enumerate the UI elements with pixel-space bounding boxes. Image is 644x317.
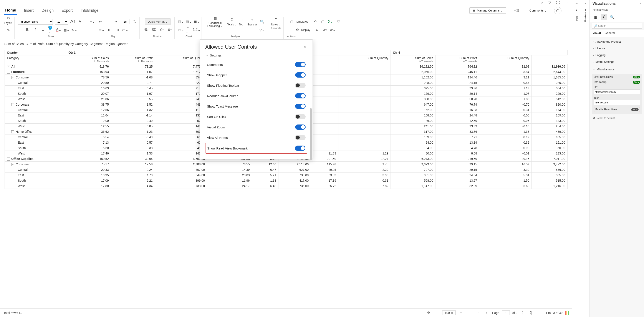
indent-stepper-icon[interactable]: ⇅ <box>132 19 137 24</box>
expand-toggle-icon[interactable]: − <box>7 70 10 74</box>
expand-toggle-icon[interactable]: − <box>11 163 14 166</box>
table-row[interactable]: East19.954.79644.0023.035.21738.0033.833… <box>5 172 568 178</box>
font-color-icon[interactable]: A⌄ <box>56 27 62 32</box>
reset-to-default-button[interactable]: ↺Reset to default <box>590 114 644 122</box>
undo-icon[interactable]: ↶ <box>312 19 318 24</box>
valign-icon[interactable]: ≣⌄ <box>99 27 104 32</box>
notes-button[interactable]: 🗒Notes ⌄ <box>271 17 281 26</box>
templates-button[interactable]: ▢Templates <box>287 18 310 25</box>
focus-icon[interactable]: ⤢ <box>539 0 544 6</box>
font-size-select[interactable]: 12 <box>55 19 68 24</box>
misc-tooltip-toggle[interactable]: On ● <box>633 81 640 84</box>
table-row[interactable]: Central20.332.24607.0014.39-0.47627.0029… <box>5 167 568 172</box>
expand-toggle-icon[interactable]: − <box>11 76 14 79</box>
italic-icon[interactable]: I <box>32 27 38 32</box>
viz-item[interactable]: › License <box>590 45 644 52</box>
misc-enable-read-toggle[interactable]: ● Off <box>631 108 638 111</box>
hdr-q3-sq[interactable]: Sum of Quantity <box>338 56 390 64</box>
toggle-switch[interactable] <box>295 135 306 140</box>
display-button[interactable]: ⚙Display <box>293 26 312 34</box>
merge-icon[interactable]: ▭⌄ <box>122 27 128 32</box>
viz-tab-more-icon[interactable]: ⋯ <box>638 31 642 36</box>
misc-text-input[interactable] <box>594 100 640 105</box>
chart3-icon[interactable]: ▣⌄ <box>194 19 200 24</box>
viz-build-icon[interactable]: ▦ <box>592 14 598 20</box>
hdr-q4-ss[interactable]: Sum of Salesin Thousands <box>390 56 436 64</box>
hdr-q4[interactable]: Qtr 4 <box>390 50 567 56</box>
zoom-out-icon[interactable]: − <box>434 310 440 316</box>
chart1-icon[interactable]: ▥⌄ <box>178 19 184 24</box>
hdr-category[interactable]: Category <box>5 56 66 64</box>
increase-indent-icon[interactable]: ⇥ <box>114 27 120 32</box>
close-icon[interactable]: ✕ <box>302 44 307 50</box>
page-input[interactable]: 1 <box>502 310 510 315</box>
toggle-switch[interactable] <box>295 124 306 130</box>
toggle-switch[interactable] <box>295 72 306 78</box>
first-page-icon[interactable]: |⟨ <box>476 310 481 316</box>
hdr-q1[interactable]: Qtr 1 <box>66 50 207 56</box>
table-row[interactable]: South17.096.21399.0011.961.18417.0017.19… <box>5 178 568 183</box>
excel-icon[interactable]: X⌄ <box>328 19 334 24</box>
table-row[interactable]: −Consumer75.1717.582,388.0073.5512.402,5… <box>5 162 568 167</box>
zoom-in-icon[interactable]: ＋ <box>458 310 464 316</box>
expand-icon[interactable]: ⛶ <box>555 0 561 6</box>
toggle-switch[interactable] <box>295 93 306 98</box>
align-left-icon[interactable]: ≡⌄ <box>90 19 95 24</box>
currency-icon[interactable]: $€ <box>151 27 156 32</box>
filter2-icon[interactable]: ▽ <box>336 19 341 24</box>
viz-analytics-icon[interactable]: 🔍 <box>609 14 615 20</box>
toggle-switch[interactable] <box>295 104 306 109</box>
ribbon-collapse-icon[interactable]: ⌄ <box>339 35 341 38</box>
comments-button[interactable]: Comments ⌄ <box>526 8 550 14</box>
decrease-decimal-icon[interactable]: .0⁻ <box>166 27 172 32</box>
dialog-scrollbar[interactable] <box>310 108 312 160</box>
table-row[interactable]: West17.804.34738.0024.176.48736.0035.727… <box>5 183 568 188</box>
collapse-icon[interactable]: « <box>584 2 586 5</box>
toggle-switch[interactable] <box>295 114 306 119</box>
bookmarks-rail[interactable]: Bookmarks <box>584 9 587 22</box>
tab-export[interactable]: Export <box>60 6 74 14</box>
topn-button[interactable]: ⊞Top n <box>239 17 245 26</box>
signal-icon[interactable]: ⊪ <box>576 2 578 5</box>
indent-input[interactable] <box>121 19 130 24</box>
toggle-switch[interactable] <box>295 146 306 151</box>
toggle-switch[interactable] <box>295 83 306 88</box>
expand-toggle-icon[interactable]: − <box>7 158 10 160</box>
bold-icon[interactable]: B <box>24 27 30 32</box>
quick-format-button[interactable]: Quick Format ⌄ <box>145 18 171 25</box>
expand-toggle-icon[interactable]: − <box>11 103 14 106</box>
clear-format-icon[interactable]: ⟲⌄ <box>72 27 77 32</box>
reset-icon[interactable]: ⟳• <box>322 27 328 32</box>
hdr-quarter[interactable]: Quarter <box>5 50 66 56</box>
user-avatar-button[interactable]: ◯ <box>554 7 562 14</box>
misc-url-input[interactable] <box>594 90 640 94</box>
explorer-button[interactable]: ⌖Explorer <box>248 17 257 26</box>
chart6-icon[interactable]: 1.2⌄ <box>194 27 200 32</box>
sync-icon[interactable]: ⟳⌄ <box>330 27 336 32</box>
viz-search-input[interactable] <box>592 23 642 29</box>
increase-font-icon[interactable]: A↑ <box>70 19 76 24</box>
borders-icon[interactable]: ▦⌄ <box>64 27 69 32</box>
toggle-switch[interactable] <box>295 62 306 67</box>
ai-icon[interactable]: ✦ <box>576 9 578 12</box>
hdr-q4-sq[interactable]: Sum of Quantity <box>479 56 532 64</box>
expand-toggle-icon[interactable]: − <box>11 130 14 134</box>
viz-item[interactable]: › Matrix Settings <box>590 58 644 65</box>
hdr-q1-ss[interactable]: Sum of Salesin Thousands <box>66 56 111 64</box>
misc-limit-toggle[interactable]: On ● <box>633 76 640 78</box>
more-icon[interactable]: ⋯ <box>564 0 569 6</box>
chart2-icon[interactable]: ▤⌄ <box>186 19 192 24</box>
fill-color-icon[interactable]: 🪣⌄ <box>48 27 54 32</box>
increase-decimal-icon[interactable]: .0⁺ <box>159 27 164 32</box>
user-menu-chevron-icon[interactable]: ⌄ <box>566 9 568 12</box>
font-family-select[interactable]: Inforiver Sans <box>18 19 53 24</box>
manage-columns-button[interactable]: ▤ Manage Columns ⌄ <box>469 8 506 14</box>
viz-item-miscellaneous[interactable]: ⌄Miscellaneous <box>590 66 644 73</box>
hdr-q4-sp[interactable]: Sum of Profitin Thousands <box>436 56 479 64</box>
refresh-icon[interactable]: ↻ <box>314 27 320 32</box>
wrap-text-icon[interactable]: ↩ <box>97 19 103 24</box>
format-painter-icon[interactable]: ✎ <box>6 27 11 32</box>
decrease-indent-icon[interactable]: ⇤ <box>107 27 112 32</box>
tab-infobridge[interactable]: InfoBridge <box>80 6 99 14</box>
viz-item[interactable]: › Analyze the Product <box>590 38 644 45</box>
